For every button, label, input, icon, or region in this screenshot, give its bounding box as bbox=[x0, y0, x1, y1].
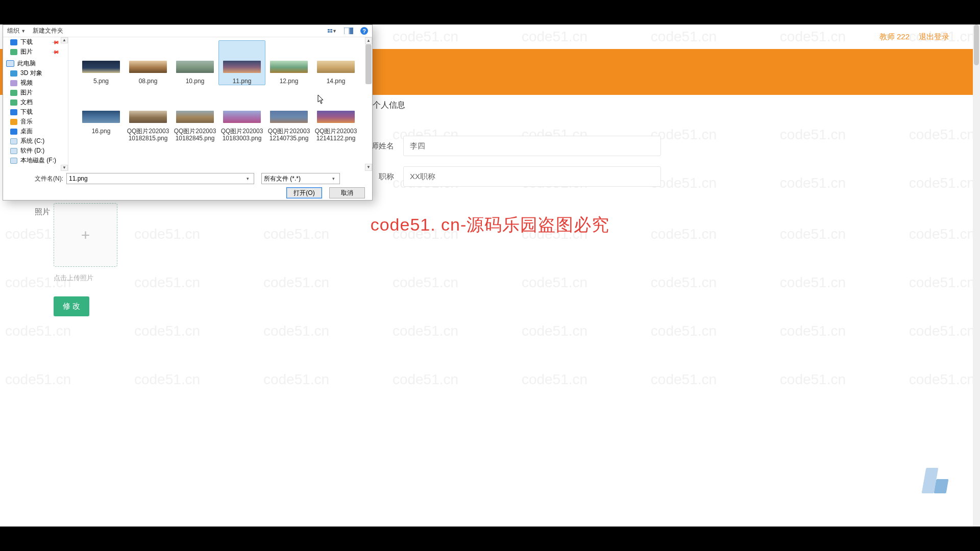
teacher-name-input[interactable] bbox=[403, 136, 661, 156]
open-button[interactable]: 打开(O) bbox=[286, 187, 322, 198]
user-label: 教师 222 bbox=[879, 32, 910, 42]
file-item[interactable]: 5.png bbox=[78, 40, 125, 85]
nav-item-music[interactable]: 音乐 bbox=[3, 117, 68, 127]
help-icon[interactable]: ? bbox=[360, 27, 368, 35]
nav-item-videos[interactable]: 视频 bbox=[3, 78, 68, 88]
nav-item-drive-f[interactable]: 本地磁盘 (F:) bbox=[3, 156, 68, 165]
upload-tip: 点击上传照片 bbox=[54, 273, 93, 283]
nav-item-downloads2[interactable]: 下载 bbox=[3, 107, 68, 117]
nav-item-3d-objects[interactable]: 3D 对象 bbox=[3, 68, 68, 78]
svg-rect-5 bbox=[350, 28, 353, 35]
filename-input[interactable]: 11.png ▾ bbox=[66, 173, 254, 184]
file-item[interactable]: QQ图片20200310182845.png bbox=[172, 90, 218, 142]
logo-icon bbox=[924, 468, 952, 493]
cancel-button[interactable]: 取消 bbox=[329, 187, 365, 198]
files-scrollbar[interactable]: ▲ ▼ bbox=[365, 37, 372, 171]
plus-icon: + bbox=[81, 227, 90, 244]
dialog-bottom: 文件名(N): 11.png ▾ 所有文件 (*.*) ▾ 打开(O) 取消 bbox=[3, 171, 372, 201]
page-scrollbar[interactable] bbox=[973, 24, 980, 527]
file-item[interactable]: QQ图片20200312141122.png bbox=[312, 90, 359, 142]
logout-link[interactable]: 退出登录 bbox=[919, 32, 949, 42]
title-input[interactable] bbox=[403, 166, 661, 187]
photo-label: 照片 bbox=[35, 207, 50, 217]
filename-label: 文件名(N): bbox=[8, 174, 63, 183]
file-item[interactable]: QQ图片20200310182815.png bbox=[125, 90, 172, 142]
chevron-down-icon[interactable]: ▾ bbox=[243, 176, 252, 181]
submit-button[interactable]: 修 改 bbox=[54, 296, 89, 316]
file-open-dialog: 组织 ▼ 新建文件夹 ▼ ? 下载📌 图片📌 此电脑 3D 对象 视频 图片 文… bbox=[3, 24, 373, 201]
file-item[interactable]: 16.png bbox=[78, 90, 125, 142]
chevron-down-icon[interactable]: ▾ bbox=[329, 176, 337, 181]
nav-item-drive-d[interactable]: 软件 (D:) bbox=[3, 146, 68, 156]
organize-menu[interactable]: 组织 ▼ bbox=[7, 27, 26, 35]
svg-rect-0 bbox=[328, 29, 330, 31]
view-mode-icon[interactable]: ▼ bbox=[328, 28, 337, 35]
photo-upload-box[interactable]: + bbox=[54, 203, 117, 267]
dialog-toolbar: 组织 ▼ 新建文件夹 ▼ ? bbox=[3, 25, 372, 37]
nav-item-pictures[interactable]: 图片📌 bbox=[3, 47, 68, 57]
nav-item-documents[interactable]: 文档 bbox=[3, 97, 68, 107]
nav-item-drive-c[interactable]: 系统 (C:) bbox=[3, 136, 68, 146]
nav-item-pictures2[interactable]: 图片 bbox=[3, 88, 68, 97]
dialog-file-pane: 5.png 08.png 10.png 11.png 12.png 14.png… bbox=[68, 37, 372, 171]
watermark-center: code51. cn-源码乐园盗图必究 bbox=[371, 213, 610, 237]
file-item[interactable]: 14.png bbox=[312, 40, 359, 85]
filetype-select[interactable]: 所有文件 (*.*) ▾ bbox=[261, 173, 340, 184]
nav-scrollbar[interactable]: ▲ ▼ bbox=[61, 37, 68, 171]
preview-pane-icon[interactable] bbox=[344, 28, 353, 35]
page-header: 教师 222 退出登录 bbox=[373, 24, 980, 49]
nav-item-desktop[interactable]: 桌面 bbox=[3, 127, 68, 136]
svg-rect-4 bbox=[344, 28, 349, 35]
file-item[interactable]: QQ图片20200310183003.png bbox=[218, 90, 265, 142]
svg-rect-2 bbox=[328, 31, 330, 33]
dialog-nav-pane: 下载📌 图片📌 此电脑 3D 对象 视频 图片 文档 下载 音乐 桌面 系统 (… bbox=[3, 37, 68, 171]
nav-item-this-pc[interactable]: 此电脑 bbox=[3, 59, 68, 68]
new-folder-button[interactable]: 新建文件夹 bbox=[33, 27, 63, 35]
nav-item-downloads[interactable]: 下载📌 bbox=[3, 37, 68, 47]
file-item[interactable]: 08.png bbox=[125, 40, 172, 85]
file-item-selected[interactable]: 11.png bbox=[218, 40, 265, 85]
file-item[interactable]: QQ图片20200312140735.png bbox=[265, 90, 312, 142]
file-item[interactable]: 10.png bbox=[172, 40, 218, 85]
file-item[interactable]: 12.png bbox=[265, 40, 312, 85]
